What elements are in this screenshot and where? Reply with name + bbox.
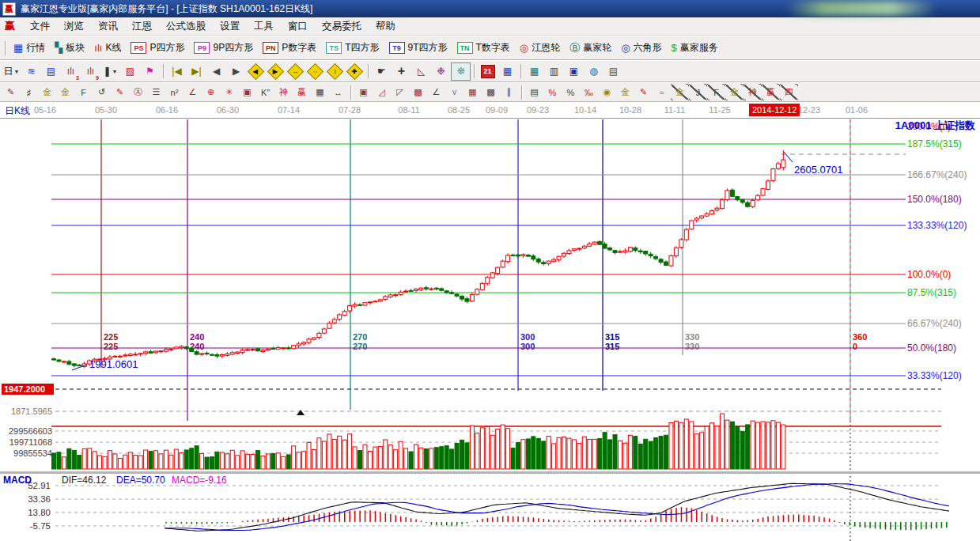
grid-ticks-icon[interactable]: ♯ [20,84,38,100]
period-selector-icon[interactable]: 日▼ [2,62,21,81]
menu-item-settings[interactable]: 设置 [213,18,247,35]
n-square-icon[interactable]: n² [165,84,184,100]
go-first-icon[interactable]: |◀ [167,62,187,81]
t-square-button[interactable]: TST四方形 [321,39,384,58]
h-lines-icon[interactable]: ☰ [147,84,165,100]
svg-text:270: 270 [353,332,367,342]
parallel-lines-icon[interactable]: ∥ [500,84,518,100]
menu-item-browse[interactable]: 浏览 [57,18,91,35]
f-angle-icon[interactable]: F [707,84,725,100]
gold-circle-icon[interactable]: ◉ [598,84,616,100]
shen-angle-icon[interactable]: 神 [744,84,762,100]
report-doc-icon[interactable]: ▥ [544,62,564,81]
menu-item-window[interactable]: 窗口 [281,18,315,35]
kline-button[interactable]: ılıK线 [89,39,126,58]
draw-pen-red-icon[interactable]: ✎ [111,84,129,100]
brush-mark-icon[interactable]: ✎ [634,84,653,100]
permille-lines-icon[interactable]: ‰ [580,84,598,100]
win-angle-icon[interactable]: 赢 [762,84,780,100]
percent-strike-icon[interactable]: % [543,84,562,100]
square-web-icon[interactable]: ▣ [238,84,256,100]
sectors-button[interactable]: ▚板块 [50,39,89,58]
network-view-icon[interactable]: ≋ [21,62,41,81]
spiral-tool-icon[interactable]: ↺ [93,84,111,100]
menu-item-help[interactable]: 帮助 [369,18,403,35]
fan-box-icon[interactable]: ◸ [391,84,409,100]
grid-large-icon[interactable]: ▦ [464,84,482,100]
gann-wheel-label: 江恩轮 [532,41,560,55]
gold-line-icon[interactable]: 金 [616,84,634,100]
fibonacci-grid-icon[interactable]: F [74,84,93,100]
width-measure-icon[interactable]: ↔ [329,84,347,100]
zoom-left-icon[interactable]: ◀ [246,62,266,81]
box-select-icon[interactable]: ▣ [354,84,373,100]
shen-tool-icon[interactable]: 神 [274,84,293,100]
9t-square-button[interactable]: T99T四方形 [384,39,452,58]
gann-circle-icon[interactable]: ⊕ [202,84,220,100]
stats-table-icon[interactable]: ▦ [524,62,544,81]
zigzag-lines-icon[interactable]: ∨ [445,84,464,100]
draw-pen-icon[interactable]: ✎ [2,84,20,100]
chart-canvas[interactable]: 2252252402402702703003003153153303303600… [0,119,980,541]
wave-tool-icon[interactable]: ❊ [451,62,471,81]
angle-tool-icon[interactable]: ∠ [184,84,202,100]
bars-9-icon[interactable]: ılı9 [81,62,100,81]
gann-shapes-icon[interactable]: ❉ [431,62,451,81]
bars-3-icon[interactable]: ılı3 [61,62,81,81]
spider-web-icon[interactable]: ✳ [220,84,238,100]
k-marks-icon[interactable]: K″ [256,84,274,100]
j-angle-icon[interactable]: J [689,84,707,100]
market-quotes-button[interactable]: ▦行情 [9,39,50,58]
si-angle-icon[interactable]: 四 [780,84,798,100]
menu-item-trade-order[interactable]: 交易委托 [315,18,369,35]
expand-v-icon[interactable]: ↕ [325,62,345,81]
win-tool-icon[interactable]: 赢 [293,84,311,100]
menu-item-tools[interactable]: 工具 [247,18,281,35]
menu-item-gann[interactable]: 江恩 [125,18,159,35]
compress-h-icon[interactable]: ⇔ [305,62,325,81]
gold-angle-2-icon[interactable]: 金 [725,84,744,100]
winner-wheel-button[interactable]: Ⓑ赢家轮 [565,39,616,58]
menu-item-news[interactable]: 资讯 [91,18,125,35]
save-icon[interactable]: ▣ [564,62,584,81]
wave-tool-2-icon[interactable]: ≈ [653,84,671,100]
fan-lines-icon[interactable]: ◿ [373,84,391,100]
web-box-icon[interactable]: ▩ [409,84,427,100]
crosshair-icon[interactable]: + [392,62,411,81]
calendar-icon[interactable]: 21 [478,62,498,81]
menu-item-file[interactable]: 文件 [23,18,57,35]
gold-grid-2-icon[interactable]: 金 [56,84,74,100]
go-last-icon[interactable]: ▶| [187,62,206,81]
trend-angle-icon[interactable]: ∠ [427,84,445,100]
print-icon[interactable]: ▤ [604,62,623,81]
menu-item-formula-stock-pick[interactable]: 公式选股 [159,18,213,35]
drag-hand-icon[interactable]: ☛ [372,62,392,81]
ruler-grid-icon[interactable]: ▦ [311,84,329,100]
p-number-table-button[interactable]: PNP数字表 [258,39,321,58]
calculator-icon[interactable]: ▦ [498,62,517,81]
gold-grid-1-icon[interactable]: 金 [38,84,56,100]
t-number-table-label: T数字表 [476,41,510,55]
grid-box-icon[interactable]: ▩ [482,84,500,100]
percent-icon[interactable]: % [562,84,580,100]
step-forward-icon[interactable]: ▶ [226,62,246,81]
expand-h-icon[interactable]: ↔ [286,62,305,81]
circle-angle-icon[interactable]: Ⓐ [129,84,147,100]
gold-angle-icon[interactable]: 金 [671,84,689,100]
web-export-icon[interactable]: ◍ [584,62,604,81]
price-table-icon[interactable]: ▤ [525,84,543,100]
gann-wheel-button[interactable]: ◎江恩轮 [515,39,565,58]
step-back-icon[interactable]: ◀ [206,62,226,81]
notes-view-icon[interactable]: ▤ [41,62,61,81]
p-square-button[interactable]: PSP四方形 [126,39,189,58]
t-number-table-button[interactable]: TNT数字表 [452,39,515,58]
9p-square-button[interactable]: P99P四方形 [189,39,258,58]
expand-all-icon[interactable]: ✚ [345,62,365,81]
pattern-frame-icon[interactable]: ▨ [120,62,140,81]
hexagon-button[interactable]: ◎六角形 [616,39,666,58]
zoom-right-icon[interactable]: ▶ [266,62,286,81]
color-volume-icon[interactable]: ⚑ [140,62,160,81]
winner-service-button[interactable]: $赢家服务 [667,39,723,58]
angle-measure-icon[interactable]: ◺ [411,62,431,81]
candle-style-icon[interactable]: ❚▼ [100,62,120,81]
